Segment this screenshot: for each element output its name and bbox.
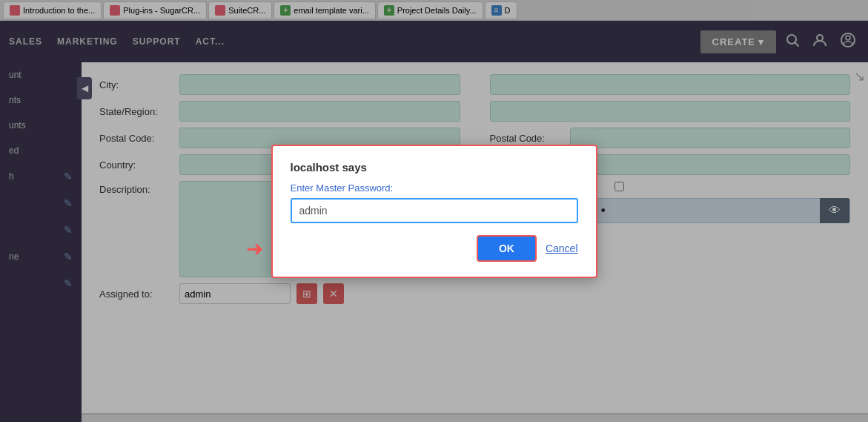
modal-title: localhost says xyxy=(291,161,578,174)
modal-label: Enter Master Password: xyxy=(291,182,578,194)
modal-ok-button[interactable]: OK xyxy=(477,235,537,262)
modal-buttons: ➜ OK Cancel xyxy=(291,235,578,262)
arrow-indicator: ➜ xyxy=(246,236,263,260)
master-password-dialog: localhost says Enter Master Password: ➜ … xyxy=(271,145,597,278)
master-password-input[interactable] xyxy=(291,198,578,223)
modal-cancel-button[interactable]: Cancel xyxy=(546,243,578,254)
modal-overlay: localhost says Enter Master Password: ➜ … xyxy=(0,0,868,422)
